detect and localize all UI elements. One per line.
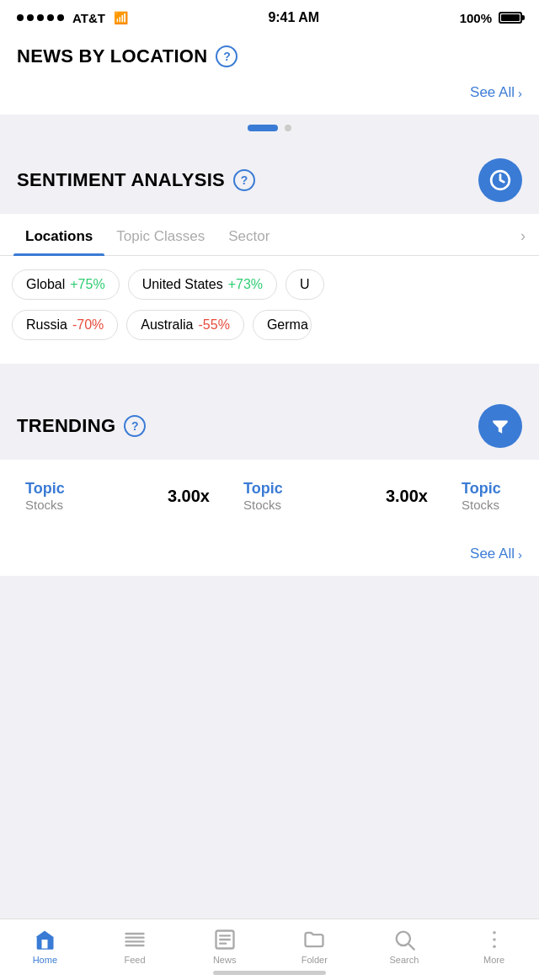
trending-chevron-icon: › (518, 547, 522, 562)
section-gap-1 (0, 370, 539, 391)
nav-folder[interactable]: Folder (289, 928, 339, 965)
status-bar: AT&T 📶 9:41 AM 100% (0, 0, 539, 32)
nav-folder-label: Folder (302, 955, 328, 965)
nav-search[interactable]: Search (379, 928, 430, 965)
nav-feed-label: Feed (124, 955, 145, 965)
nav-more-label: More (483, 955, 504, 965)
nav-feed[interactable]: Feed (109, 928, 160, 965)
filter-icon (489, 415, 511, 437)
news-see-all-link[interactable]: See All › (470, 84, 522, 101)
battery-icon (499, 12, 522, 24)
trend-card-3-partial[interactable]: Topic Stocks (450, 466, 526, 525)
clock-button[interactable] (478, 158, 522, 202)
nav-home[interactable]: Home (19, 928, 70, 965)
status-time: 9:41 AM (268, 10, 319, 25)
trend-card-2[interactable]: Topic Stocks 3.00x (232, 466, 440, 525)
nav-more[interactable]: More (469, 928, 520, 965)
trend-stocks-3: Stocks (462, 498, 514, 512)
battery-percent: 100% (460, 11, 492, 25)
trend-card-2-inner: Topic Stocks 3.00x (243, 480, 428, 512)
signal-dots (17, 14, 64, 21)
nav-news[interactable]: News (200, 928, 250, 965)
news-title: NEWS BY LOCATION (17, 45, 207, 67)
svg-point-12 (493, 938, 496, 941)
search-icon (392, 928, 416, 951)
pill-partial-2[interactable]: Germa (253, 310, 312, 340)
clock-icon (489, 169, 511, 191)
tabs-row: Locations Topic Classes Sector › (0, 214, 539, 256)
carrier-label: AT&T (72, 11, 105, 25)
trend-mult-1: 3.00x (168, 487, 210, 506)
trend-stocks-2: Stocks (243, 498, 283, 512)
trend-mult-2: 3.00x (386, 487, 428, 506)
trending-cards: Topic Stocks 3.00x Topic Stocks 3.00x (0, 466, 539, 525)
status-left: AT&T 📶 (17, 11, 128, 25)
trend-topic-2: Topic (243, 480, 283, 498)
trend-topic-1: Topic (25, 480, 65, 498)
pills-row-2: Russia -70% Australia -55% Germa (12, 310, 527, 340)
svg-line-10 (408, 944, 414, 949)
sentiment-help-button[interactable]: ? (233, 169, 255, 191)
sentiment-tabs-card: Locations Topic Classes Sector › Global … (0, 214, 539, 364)
trend-labels-2: Topic Stocks (243, 480, 283, 512)
news-help-button[interactable]: ? (216, 45, 237, 67)
sentiment-left: SENTIMENT ANALYSIS ? (17, 169, 255, 191)
pill-partial-1[interactable]: U (286, 269, 324, 300)
news-see-all-row: See All › (0, 77, 539, 115)
pills-section: Global +75% United States +73% U Russia … (0, 256, 539, 364)
nav-home-label: Home (33, 955, 57, 965)
tabs-chevron-icon: › (514, 214, 526, 255)
pill-australia[interactable]: Australia -55% (126, 310, 244, 340)
chevron-right-icon: › (518, 86, 522, 100)
news-icon (213, 928, 237, 951)
trend-stocks-1: Stocks (25, 498, 65, 512)
trend-topic-3: Topic (462, 480, 514, 498)
sentiment-title: SENTIMENT ANALYSIS (17, 169, 225, 191)
trending-header: TRENDING ? (0, 391, 539, 460)
trend-card-1-inner: Topic Stocks 3.00x (25, 480, 210, 512)
pill-russia[interactable]: Russia -70% (12, 310, 118, 340)
home-indicator (213, 971, 326, 975)
sentiment-header: SENTIMENT ANALYSIS ? (0, 145, 539, 214)
more-icon (483, 928, 506, 951)
page-indicator (0, 115, 539, 145)
wifi-icon: 📶 (114, 11, 128, 24)
trend-card-1[interactable]: Topic Stocks 3.00x (13, 466, 221, 525)
pill-united-states[interactable]: United States +73% (128, 269, 277, 300)
status-right: 100% (460, 11, 522, 25)
page-dot-inactive (285, 125, 291, 131)
nav-news-label: News (213, 955, 237, 965)
nav-search-label: Search (390, 955, 419, 965)
trending-see-all-row: See All › (0, 535, 539, 576)
bottom-gap (0, 576, 539, 593)
feed-icon (123, 928, 147, 951)
svg-point-13 (493, 945, 496, 948)
tab-sector[interactable]: Sector (216, 215, 281, 255)
trending-see-all-link[interactable]: See All › (470, 546, 522, 562)
trending-left: TRENDING ? (17, 415, 146, 437)
news-by-location-header: NEWS BY LOCATION ? (0, 32, 539, 77)
filter-button[interactable] (478, 404, 522, 448)
trending-help-button[interactable]: ? (124, 415, 146, 437)
tab-topic-classes[interactable]: Topic Classes (104, 215, 216, 255)
trend-labels-1: Topic Stocks (25, 480, 65, 512)
home-icon (33, 928, 56, 951)
page-dot-active (248, 125, 278, 131)
pills-row-1: Global +75% United States +73% U (12, 269, 527, 300)
pill-global[interactable]: Global +75% (12, 269, 120, 300)
trending-title: TRENDING (17, 415, 115, 437)
svg-point-11 (493, 931, 496, 935)
folder-icon (302, 928, 326, 951)
tab-locations[interactable]: Locations (13, 215, 104, 255)
